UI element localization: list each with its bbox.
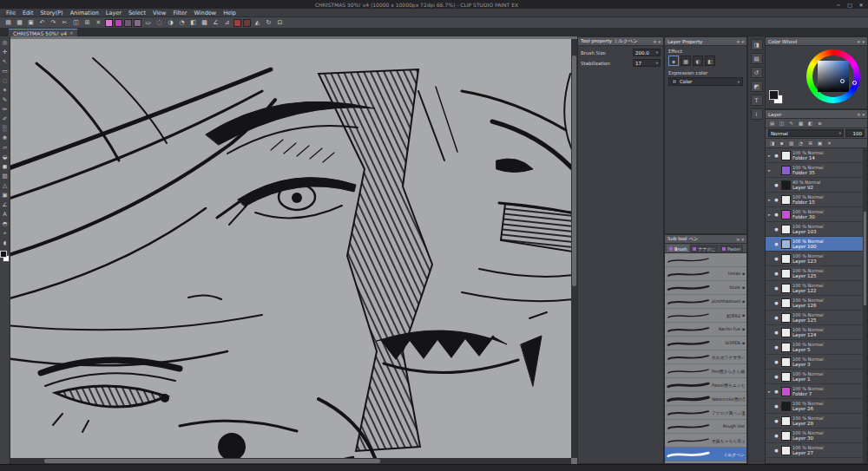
hand-tool[interactable]: ◖	[0, 239, 10, 247]
layer-row[interactable]: ●100 % NormalLayer 122	[766, 281, 867, 296]
layer-thumbnail[interactable]	[781, 313, 791, 323]
open-icon[interactable]: ▦	[15, 18, 24, 28]
field-value-input[interactable]: 17▾	[633, 59, 661, 67]
visibility-eye-icon[interactable]: ●	[773, 374, 779, 379]
brush-item[interactable]: 鉛筆R2▪	[665, 309, 746, 323]
layer-thumbnail[interactable]	[781, 254, 791, 264]
canvas-vertical-scrollbar[interactable]	[571, 39, 577, 458]
frame-tool[interactable]: ▣	[0, 191, 10, 200]
magic-wand-tool[interactable]: ✶	[0, 86, 10, 95]
paper-icon[interactable]: ▦	[797, 120, 805, 128]
invert-select-icon[interactable]: ◑	[166, 18, 175, 28]
close-button[interactable]: ✕	[856, 1, 866, 9]
layer-thumbnail[interactable]	[781, 328, 791, 337]
layer-row[interactable]: ●100 % NormalLayer 28	[766, 414, 867, 428]
cut-icon[interactable]: ✂	[60, 18, 69, 28]
pen-tool[interactable]: ✎	[0, 95, 10, 104]
field-value-input[interactable]: 200.0▾	[633, 49, 661, 56]
menu-layer[interactable]: Layer	[102, 9, 125, 16]
canvas-horizontal-scrollbar[interactable]	[10, 458, 571, 464]
layer-thumbnail[interactable]	[781, 402, 791, 411]
canvas-page[interactable]	[10, 39, 571, 458]
brush-item[interactable]: Pen用さらさら細めのガチインペン	[665, 364, 746, 378]
visibility-eye-icon[interactable]: ●	[773, 226, 779, 232]
menu-storyp[interactable]: Story(P)	[36, 9, 66, 16]
panel-menu-icon[interactable]: ≡	[857, 39, 860, 44]
sv-cursor[interactable]	[840, 79, 845, 83]
brush-item[interactable]: 主線もゃもら学ぶも一文字する短たら	[665, 434, 746, 448]
layer-list-scrollbar[interactable]	[863, 148, 867, 463]
layer-row[interactable]: ●100 % NormalLayer 1	[766, 370, 867, 384]
mirror-icon[interactable]: ◭	[253, 18, 262, 28]
lasso-tool[interactable]: ◌	[0, 76, 10, 85]
pink-swatch[interactable]	[105, 19, 113, 27]
palette-icon[interactable]: ▤	[768, 120, 776, 128]
menu-edit[interactable]: Edit	[19, 9, 37, 16]
select-tool[interactable]: ▭	[0, 67, 10, 75]
two-pane-icon[interactable]: ◧	[806, 120, 814, 128]
layer-row[interactable]: ▸●100 % NormalFolder 30	[766, 207, 867, 222]
layer-scroll-thumb[interactable]	[864, 212, 866, 306]
layer-row[interactable]: ●100 % NormalLayer 124	[766, 325, 867, 340]
mask-icon[interactable]: ◔	[797, 140, 805, 147]
folder-thumbnail[interactable]	[781, 195, 791, 205]
spinner-arrow-icon[interactable]: ▾	[656, 50, 658, 55]
trash-icon[interactable]: ✕	[825, 140, 833, 147]
brush-item[interactable]: Pastel用モエンセカ	[665, 378, 746, 392]
vscroll-thumb[interactable]	[572, 56, 576, 286]
redo-icon[interactable]: ↷	[49, 18, 58, 28]
document-tab[interactable]: CHRISTMAS 50%! v4 ✕	[9, 29, 77, 36]
layer-thumbnail[interactable]	[781, 284, 791, 293]
deselect-icon[interactable]: ◌	[155, 18, 164, 28]
gradient-tool[interactable]: ▥	[0, 172, 10, 180]
foreground-color-swatch[interactable]	[769, 90, 779, 100]
visibility-eye-icon[interactable]: ●	[773, 197, 779, 202]
menu-animation[interactable]: Animation	[67, 9, 102, 16]
layer-thumbnail[interactable]	[781, 180, 791, 190]
material-icon[interactable]: ▤	[751, 53, 763, 64]
menu-file[interactable]: File	[3, 9, 19, 16]
new-icon[interactable]: ▤	[3, 18, 13, 28]
brush-item[interactable]	[665, 253, 746, 267]
panel-menu-icon[interactable]: ≡	[857, 112, 860, 117]
info-panel-icon[interactable]: i	[751, 108, 763, 120]
saturation-value-box[interactable]	[818, 61, 849, 92]
eraser-tool[interactable]: ▱	[0, 143, 10, 152]
layer-row[interactable]: ●40 % NormalLayer 92	[766, 178, 867, 193]
brush-item[interactable]: ミルクペン	[665, 448, 746, 461]
panel-collapse-icon[interactable]: ▾	[658, 39, 661, 44]
visibility-eye-icon[interactable]: ●	[773, 315, 779, 320]
folder-thumbnail[interactable]	[781, 166, 791, 175]
visibility-eye-icon[interactable]: ●	[773, 359, 779, 364]
navigator-icon[interactable]: ◩	[751, 81, 763, 92]
visibility-eye-icon[interactable]: ●	[773, 300, 779, 305]
folder-expander-icon[interactable]: ▸	[767, 154, 772, 158]
sub-tool-tab[interactable]: ナナのこ	[690, 245, 718, 252]
layer-row[interactable]: ●100 % NormalLayer 125	[766, 311, 867, 325]
extract-line-effect-icon[interactable]: ◧	[705, 56, 715, 66]
layer-row[interactable]: ▸●100 % NormalFolder 15	[766, 193, 867, 207]
layer-row[interactable]: ●100 % NormalLayer 30	[766, 428, 867, 443]
airbrush-tool[interactable]: ░	[0, 124, 10, 133]
reset-view-icon[interactable]: ⊡	[275, 18, 285, 28]
folder-expander-icon[interactable]: ▸	[767, 168, 772, 173]
select-tool-icon[interactable]: ▭	[143, 18, 153, 28]
brush-item[interactable]: pinshhadowol▪	[665, 295, 746, 309]
panel-menu-icon[interactable]: ≡	[736, 39, 740, 44]
text-tool[interactable]: A	[0, 210, 10, 219]
move-tool[interactable]: ✛	[0, 48, 10, 56]
layer-thumbnail[interactable]	[781, 372, 791, 382]
layer-row[interactable]: ●100 % NormalLayer 126	[766, 296, 867, 311]
spinner-arrow-icon[interactable]: ▾	[656, 61, 658, 65]
visibility-eye-icon[interactable]: ●	[773, 418, 779, 423]
visibility-eye-icon[interactable]: ●	[773, 212, 779, 217]
lock-layer-icon[interactable]: ▪	[778, 140, 786, 147]
red-swatch[interactable]	[233, 19, 241, 27]
decoration-tool[interactable]: ❋	[0, 134, 10, 142]
quick-access-icon[interactable]: ◨	[751, 39, 763, 50]
brown-swatch[interactable]	[243, 19, 251, 27]
brush-item[interactable]: 次のガラデ文字バン	[665, 350, 746, 364]
layer-row[interactable]: ▸●100 % NormalFolder 7	[766, 384, 867, 399]
minimize-button[interactable]: ─	[833, 1, 844, 9]
folder-expander-icon[interactable]: ▸	[767, 198, 772, 202]
